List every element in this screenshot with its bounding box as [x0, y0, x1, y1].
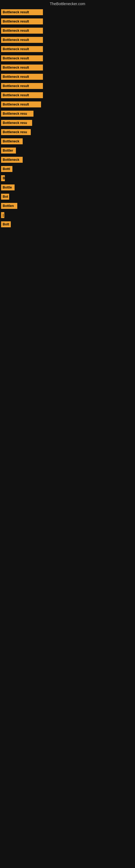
list-item: |: [0, 211, 135, 220]
list-item: Bottleneck result: [0, 54, 135, 63]
list-item: Bottleneck result: [0, 8, 135, 17]
bottleneck-badge[interactable]: Bottleneck resu: [1, 129, 31, 135]
list-item: Bottleneck result: [0, 63, 135, 72]
bottleneck-badge[interactable]: Bottleneck result: [1, 37, 43, 43]
list-item: Bottleneck result: [0, 91, 135, 100]
bottleneck-badge[interactable]: Bottleneck resu: [1, 120, 32, 126]
list-item: Bottleneck resu: [0, 127, 135, 137]
bottleneck-badge[interactable]: Bottleneck result: [1, 101, 41, 107]
list-item: Bottleneck result: [0, 72, 135, 82]
list-item: Bott: [0, 220, 135, 229]
bottleneck-badge[interactable]: Bottlen: [1, 203, 17, 209]
list-item: Bottleneck resu: [0, 109, 135, 118]
bottleneck-badge[interactable]: Bottleneck result: [1, 55, 43, 61]
list-item: Bottle: [0, 183, 135, 192]
list-item: Bottleneck result: [0, 35, 135, 44]
bottleneck-badge[interactable]: Bottler: [1, 148, 16, 154]
bottleneck-badge[interactable]: Bottleneck result: [1, 9, 43, 15]
bottleneck-badge[interactable]: Bottleneck resu: [1, 111, 34, 117]
list-item: Bottleneck: [0, 137, 135, 146]
list-item: Bottleneck result: [0, 17, 135, 26]
bottleneck-badge[interactable]: Bottleneck result: [1, 65, 43, 70]
bottleneck-badge[interactable]: Bottleneck: [1, 138, 23, 144]
bottleneck-badge[interactable]: |: [1, 212, 4, 218]
bottleneck-badge[interactable]: Bottleneck result: [1, 83, 43, 89]
site-title: TheBottlenecker.com: [0, 0, 135, 8]
list-item: Bottleneck resu: [0, 118, 135, 127]
bottleneck-badge[interactable]: Bottleneck result: [1, 74, 43, 80]
list-item: Bottleneck result: [0, 100, 135, 109]
bottleneck-badge[interactable]: Bottle: [1, 184, 14, 190]
list-item: Bot: [0, 192, 135, 201]
bottleneck-badge[interactable]: Bot: [1, 194, 9, 199]
list-item: B: [0, 174, 135, 183]
bottleneck-badge[interactable]: Bottleneck: [1, 157, 23, 163]
list-item: Bottler: [0, 146, 135, 155]
list-item: Bottleneck result: [0, 44, 135, 54]
bottleneck-badge[interactable]: Bottl: [1, 166, 12, 172]
bottleneck-badge[interactable]: Bottleneck result: [1, 92, 43, 98]
list-item: Bottleneck: [0, 155, 135, 164]
list-item: Bottl: [0, 164, 135, 174]
bottleneck-badge[interactable]: Bott: [1, 221, 11, 227]
bottleneck-badge[interactable]: Bottleneck result: [1, 46, 43, 52]
list-item: Bottleneck result: [0, 82, 135, 91]
bottleneck-badge[interactable]: Bottleneck result: [1, 19, 43, 24]
list-item: Bottlen: [0, 201, 135, 211]
list-item: Bottleneck result: [0, 26, 135, 35]
bottleneck-badge[interactable]: B: [1, 175, 5, 181]
bottleneck-badge[interactable]: Bottleneck result: [1, 28, 43, 34]
